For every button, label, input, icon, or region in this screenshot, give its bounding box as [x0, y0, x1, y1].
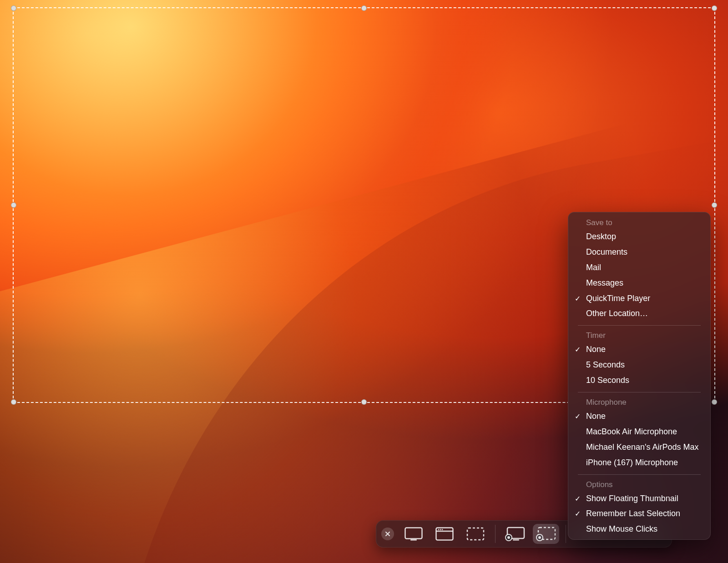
- menu-item-label: Mail: [586, 263, 601, 272]
- svg-rect-9: [513, 539, 519, 541]
- menu-item-label: 10 Seconds: [586, 376, 629, 385]
- check-icon: ✓: [575, 508, 581, 520]
- menu-item[interactable]: iPhone (167) Microphone: [568, 455, 711, 471]
- svg-rect-1: [410, 539, 417, 541]
- svg-rect-7: [467, 528, 484, 540]
- menu-item[interactable]: Show Mouse Clicks: [568, 522, 711, 537]
- screen-icon: [404, 527, 423, 541]
- menu-item-label: QuickTime Player: [586, 294, 650, 303]
- menu-item-label: Remember Last Selection: [586, 509, 680, 518]
- selection-handle-nw[interactable]: [11, 5, 16, 11]
- menu-item-label: Messages: [586, 278, 623, 287]
- menu-item-label: Desktop: [586, 232, 616, 241]
- svg-point-12: [507, 536, 510, 539]
- menu-item[interactable]: Michael Keenan's AirPods Max: [568, 440, 711, 455]
- check-icon: ✓: [575, 411, 581, 422]
- close-icon: [385, 531, 390, 537]
- menu-section-header: Timer: [568, 329, 711, 342]
- record-selected-portion-button[interactable]: [533, 524, 559, 544]
- capture-selected-window-button[interactable]: [431, 524, 458, 544]
- selection-handle-s[interactable]: [361, 399, 367, 405]
- menu-section-header: Save to: [568, 216, 711, 229]
- selection-handle-sw[interactable]: [11, 399, 16, 405]
- selection-handle-ne[interactable]: [712, 5, 717, 11]
- menu-item[interactable]: ✓None: [568, 409, 711, 424]
- close-button[interactable]: [381, 528, 394, 540]
- menu-item[interactable]: Desktop: [568, 229, 711, 245]
- svg-point-16: [538, 536, 541, 539]
- menu-item[interactable]: ✓QuickTime Player: [568, 291, 711, 307]
- menu-item[interactable]: 5 Seconds: [568, 357, 711, 373]
- menu-item-label: 5 Seconds: [586, 360, 625, 369]
- menu-item[interactable]: Documents: [568, 245, 711, 260]
- menu-item-label: iPhone (167) Microphone: [586, 458, 678, 467]
- selection-handle-n[interactable]: [361, 5, 367, 11]
- record-entire-screen-button[interactable]: [502, 524, 528, 544]
- svg-point-5: [440, 529, 441, 530]
- record-selection-icon: [536, 527, 556, 541]
- window-icon: [435, 527, 454, 541]
- menu-item-label: Show Floating Thumbnail: [586, 494, 678, 503]
- check-icon: ✓: [575, 293, 581, 305]
- menu-item[interactable]: Messages: [568, 276, 711, 291]
- selection-icon: [466, 527, 485, 541]
- menu-section-header: Options: [568, 478, 711, 491]
- menu-item[interactable]: ✓Remember Last Selection: [568, 506, 711, 522]
- menu-item-label: Show Mouse Clicks: [586, 524, 657, 533]
- menu-item[interactable]: Other Location…: [568, 306, 711, 322]
- menu-item-label: None: [586, 412, 606, 421]
- selection-handle-w[interactable]: [11, 202, 16, 208]
- svg-rect-0: [405, 528, 422, 539]
- menu-item-label: Michael Keenan's AirPods Max: [586, 442, 699, 452]
- menu-separator: [578, 392, 701, 392]
- capture-selected-portion-button[interactable]: [462, 524, 489, 544]
- selection-handle-se[interactable]: [712, 399, 717, 405]
- menu-item-label: MacBook Air Microphone: [586, 427, 677, 436]
- menu-item-label: Other Location…: [586, 309, 648, 318]
- menu-separator: [578, 474, 701, 475]
- check-icon: ✓: [575, 344, 581, 356]
- menu-separator: [578, 325, 701, 326]
- selection-handle-e[interactable]: [712, 202, 717, 208]
- options-menu: Save toDesktopDocumentsMailMessages✓Quic…: [568, 212, 711, 540]
- menu-item[interactable]: ✓None: [568, 342, 711, 357]
- menu-item[interactable]: 10 Seconds: [568, 373, 711, 388]
- menu-item-label: None: [586, 345, 606, 354]
- menu-item[interactable]: ✓Show Floating Thumbnail: [568, 491, 711, 507]
- record-screen-icon: [505, 527, 525, 541]
- toolbar-separator: [495, 525, 495, 543]
- toolbar-separator: [566, 525, 566, 543]
- menu-section-header: Microphone: [568, 396, 711, 409]
- menu-item-label: Documents: [586, 247, 627, 256]
- svg-point-6: [442, 529, 443, 530]
- check-icon: ✓: [575, 493, 581, 505]
- menu-item[interactable]: Mail: [568, 260, 711, 276]
- menu-item[interactable]: MacBook Air Microphone: [568, 424, 711, 440]
- capture-entire-screen-button[interactable]: [400, 524, 427, 544]
- svg-point-4: [438, 529, 440, 530]
